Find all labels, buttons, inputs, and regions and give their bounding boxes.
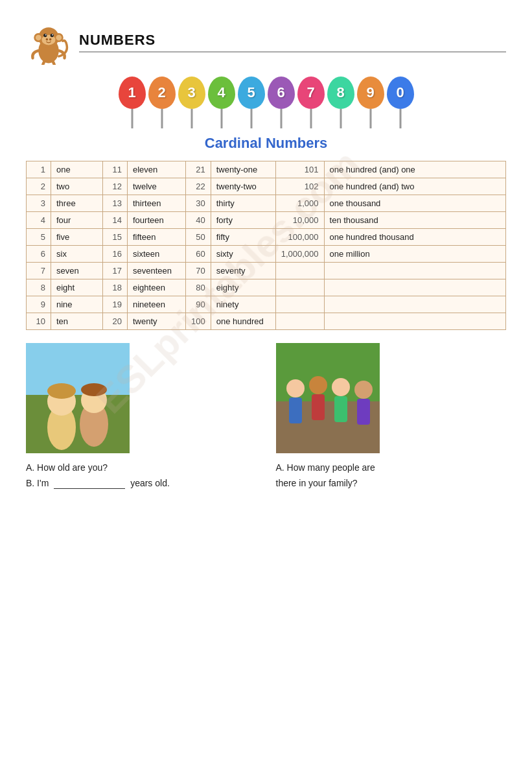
- svg-rect-24: [289, 397, 302, 423]
- svg-point-29: [354, 381, 373, 399]
- answer-blank: [54, 478, 125, 489]
- balloon-item: 9: [357, 77, 384, 128]
- table-cell: sixteen: [128, 246, 186, 263]
- svg-rect-28: [334, 396, 347, 422]
- table-cell: 2: [27, 178, 51, 195]
- svg-point-3: [36, 35, 41, 41]
- svg-point-11: [46, 38, 49, 41]
- balloon-item: 4: [208, 77, 235, 128]
- table-cell: ten thousand: [324, 212, 505, 229]
- table-cell: fifteen: [128, 229, 186, 246]
- table-cell: [324, 313, 505, 330]
- svg-point-8: [51, 34, 54, 37]
- balloon: 0: [387, 77, 414, 109]
- table-row: 9nine19nineteen90ninety: [27, 296, 506, 313]
- table-cell: forty: [211, 212, 275, 229]
- table-cell: 101: [275, 161, 324, 178]
- balloon-item: 2: [148, 77, 176, 128]
- table-cell: one: [51, 161, 103, 178]
- table-cell: eight: [51, 279, 103, 296]
- bottom-section: A. How old are you? B. I'm years old.: [26, 343, 506, 493]
- table-cell: 10,000: [275, 212, 324, 229]
- table-cell: 16: [103, 246, 128, 263]
- table-cell: one hundred (and) one: [324, 161, 505, 178]
- table-cell: [324, 279, 505, 296]
- numbers-table: 1one11eleven21twenty-one101one hundred (…: [26, 161, 506, 330]
- table-cell: thirty: [211, 195, 275, 212]
- photo-group: [276, 343, 380, 453]
- table-cell: [275, 313, 324, 330]
- table-cell: 20: [103, 313, 128, 330]
- table-cell: seven: [51, 263, 103, 279]
- balloon-item: 5: [238, 77, 265, 128]
- table-cell: eighty: [211, 279, 275, 296]
- table-cell: seventy: [211, 263, 275, 279]
- table-cell: 5: [27, 229, 51, 246]
- table-cell: 1,000,000: [275, 246, 324, 263]
- bottom-left: A. How old are you? B. I'm years old.: [26, 343, 257, 489]
- table-cell: 7: [27, 263, 51, 279]
- table-row: 4four14fourteen40forty10,000ten thousand: [27, 212, 506, 229]
- table-cell: nine: [51, 296, 103, 313]
- balloon: 6: [268, 77, 295, 109]
- table-cell: 6: [27, 246, 51, 263]
- table-cell: 1: [27, 161, 51, 178]
- svg-rect-14: [26, 395, 130, 453]
- table-cell: 21: [186, 161, 211, 178]
- svg-point-9: [45, 34, 47, 36]
- table-row: 2two12twelve22twenty-two102one hundred (…: [27, 178, 506, 195]
- svg-point-10: [52, 34, 53, 36]
- page-header: NUMBERS: [26, 19, 506, 65]
- table-cell: one thousand: [324, 195, 505, 212]
- svg-rect-30: [357, 399, 370, 425]
- balloon: 3: [178, 77, 205, 109]
- table-cell: 100,000: [275, 229, 324, 246]
- table-cell: 22: [186, 178, 211, 195]
- table-cell: nineteen: [128, 296, 186, 313]
- balloon: 7: [297, 77, 325, 109]
- svg-point-20: [81, 383, 107, 396]
- table-cell: [275, 263, 324, 279]
- table-cell: fifty: [211, 229, 275, 246]
- table-row: 6six16sixteen60sixty1,000,000one million: [27, 246, 506, 263]
- table-cell: three: [51, 195, 103, 212]
- question-left-b: B. I'm years old.: [26, 478, 170, 489]
- table-cell: 19: [103, 296, 128, 313]
- table-cell: 4: [27, 212, 51, 229]
- table-cell: five: [51, 229, 103, 246]
- table-cell: 9: [27, 296, 51, 313]
- table-cell: 8: [27, 279, 51, 296]
- table-cell: 100: [186, 313, 211, 330]
- table-cell: twenty-two: [211, 178, 275, 195]
- balloon-item: 3: [178, 77, 205, 128]
- table-cell: one hundred thousand: [324, 229, 505, 246]
- table-cell: one hundred: [211, 313, 275, 330]
- table-cell: ninety: [211, 296, 275, 313]
- svg-point-17: [47, 383, 76, 399]
- table-cell: 60: [186, 246, 211, 263]
- table-row: 3three13thirteen30thirty1,000one thousan…: [27, 195, 506, 212]
- question-right-a2: there in your family?: [276, 478, 358, 488]
- table-cell: twelve: [128, 178, 186, 195]
- table-cell: 11: [103, 161, 128, 178]
- table-row: 8eight18eighteen80eighty: [27, 279, 506, 296]
- table-cell: sixty: [211, 246, 275, 263]
- balloon-item: 8: [327, 77, 354, 128]
- table-cell: thirteen: [128, 195, 186, 212]
- table-row: 5five15fifteen50fifty100,000one hundred …: [27, 229, 506, 246]
- balloon: 1: [119, 77, 146, 109]
- table-cell: 1,000: [275, 195, 324, 212]
- table-cell: 30: [186, 195, 211, 212]
- table-cell: 40: [186, 212, 211, 229]
- balloon: 5: [238, 77, 265, 109]
- table-cell: twenty-one: [211, 161, 275, 178]
- cardinal-numbers-title: Cardinal Numbers: [26, 135, 506, 152]
- table-cell: four: [51, 212, 103, 229]
- balloon: 2: [148, 77, 176, 109]
- table-cell: one hundred (and) two: [324, 178, 505, 195]
- table-cell: 10: [27, 313, 51, 330]
- table-cell: [275, 279, 324, 296]
- svg-point-7: [43, 34, 47, 37]
- table-cell: 15: [103, 229, 128, 246]
- table-cell: [275, 296, 324, 313]
